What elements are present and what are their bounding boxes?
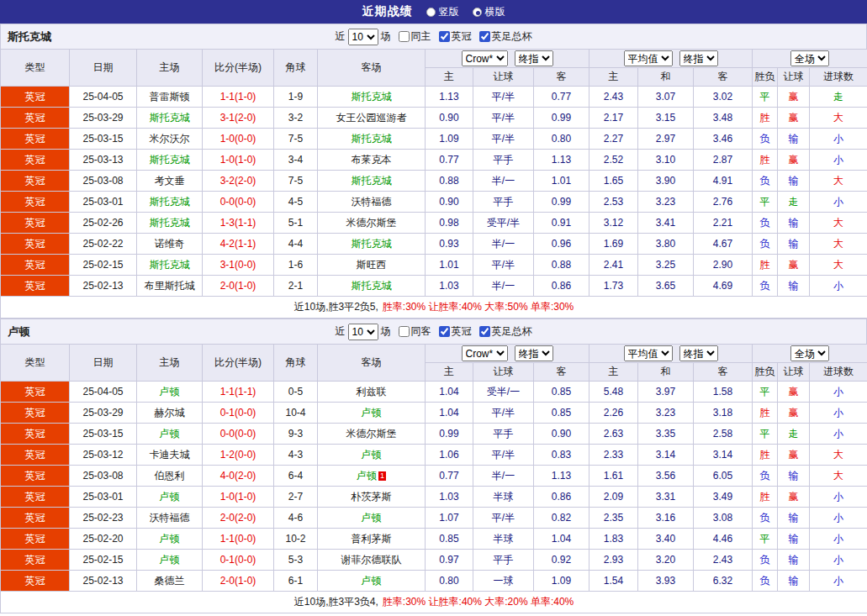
home-team: 桑德兰 bbox=[137, 571, 203, 592]
euro-time-select[interactable]: 终指 bbox=[679, 50, 718, 66]
league-cell: 英冠 bbox=[1, 255, 70, 276]
checkbox-input[interactable] bbox=[399, 31, 410, 42]
home-team: 卢顿 bbox=[137, 382, 203, 403]
match-row: 英冠25-03-12卡迪夫城1-2(0-0)4-3卢顿1.06平/半0.832.… bbox=[1, 445, 867, 466]
asian-home-odds: 1.04 bbox=[426, 382, 473, 403]
euro-home-odds: 1.61 bbox=[589, 466, 638, 487]
filter-checkbox-2[interactable]: 英足总杯 bbox=[474, 324, 532, 339]
sub-col-header: 和 bbox=[638, 363, 694, 382]
sub-col-header: 胜负 bbox=[753, 363, 778, 382]
layout-radio-horizontal[interactable]: 横版 bbox=[473, 5, 505, 19]
checkbox-input[interactable] bbox=[439, 326, 450, 337]
euro-home-odds: 2.35 bbox=[589, 508, 638, 529]
score-cell: 4-2(1-1) bbox=[203, 234, 274, 255]
match-row: 英冠25-02-15卢顿0-1(0-0)5-3谢菲尔德联队0.97平手0.922… bbox=[1, 550, 867, 571]
match-row: 英冠25-02-22诺维奇4-2(1-1)4-4斯托克城0.93半/一0.961… bbox=[1, 234, 867, 255]
handicap-result-cell: 赢 bbox=[778, 255, 810, 276]
asian-away-odds: 0.85 bbox=[534, 403, 589, 424]
euro-home-odds: 2.09 bbox=[589, 487, 638, 508]
match-row: 英冠25-03-29赫尔城0-1(0-0)10-4卢顿1.04平/半0.852.… bbox=[1, 403, 867, 424]
handicap-cell: 半球 bbox=[473, 529, 534, 550]
match-row: 英冠25-03-08考文垂3-2(2-0)7-5斯托克城0.88半/一1.011… bbox=[1, 171, 867, 192]
euro-source-select[interactable]: 平均值 bbox=[624, 50, 673, 66]
euro-draw-odds: 3.10 bbox=[638, 150, 694, 171]
asian-home-odds: 1.09 bbox=[426, 129, 473, 150]
euro-home-odds: 1.54 bbox=[589, 571, 638, 592]
euro-time-select[interactable]: 终指 bbox=[679, 345, 718, 361]
corners-cell: 0-5 bbox=[274, 382, 318, 403]
summary-stats: 胜率:30% 让胜率:40% 大率:50% 单率:30% bbox=[383, 301, 574, 313]
col-header: 类型 bbox=[1, 50, 70, 87]
score-cell: 1-1(1-0) bbox=[203, 87, 274, 108]
unit-label: 场 bbox=[381, 324, 391, 339]
team-section: 近10场同客英冠英足总杯卢顿类型日期主场比分(半场)角球客场Crow*终指平均值… bbox=[0, 319, 867, 613]
col-header: 客场 bbox=[318, 50, 426, 87]
asian-away-odds: 1.13 bbox=[534, 466, 589, 487]
sub-col-header: 让球 bbox=[473, 68, 534, 87]
euro-home-odds: 1.65 bbox=[589, 171, 638, 192]
euro-draw-odds: 3.41 bbox=[638, 213, 694, 234]
checkbox-input[interactable] bbox=[399, 326, 410, 337]
odds-company-select[interactable]: Crow* bbox=[462, 345, 508, 361]
result-cell: 负 bbox=[753, 171, 778, 192]
corners-cell: 3-2 bbox=[274, 108, 318, 129]
handicap-result-cell: 输 bbox=[778, 529, 810, 550]
league-cell: 英冠 bbox=[1, 571, 70, 592]
odds-company-select[interactable]: Crow* bbox=[462, 50, 508, 66]
away-team: 卢顿 bbox=[318, 445, 426, 466]
result-cell: 负 bbox=[753, 508, 778, 529]
home-team: 诺维奇 bbox=[137, 234, 203, 255]
away-team: 卢顿 bbox=[318, 403, 426, 424]
recent-count-select[interactable]: 10 bbox=[348, 324, 378, 340]
scope-select[interactable]: 全场 bbox=[790, 50, 829, 66]
date-cell: 25-04-05 bbox=[70, 382, 137, 403]
asian-away-odds: 0.91 bbox=[534, 213, 589, 234]
asian-home-odds: 0.99 bbox=[426, 424, 473, 445]
recent-count-select[interactable]: 10 bbox=[348, 29, 378, 45]
filter-checkbox-0[interactable]: 同主 bbox=[394, 29, 431, 44]
filter-checkbox-2[interactable]: 英足总杯 bbox=[474, 29, 532, 44]
handicap-cell: 平手 bbox=[473, 550, 534, 571]
match-row: 英冠25-02-23沃特福德2-0(2-0)4-6卢顿1.07平/半0.822.… bbox=[1, 508, 867, 529]
filter-checkbox-0[interactable]: 同客 bbox=[394, 324, 431, 339]
match-row: 英冠25-04-05卢顿1-1(1-1)0-5利兹联1.04受半/一0.855.… bbox=[1, 382, 867, 403]
asian-away-odds: 0.85 bbox=[534, 382, 589, 403]
handicap-cell: 平手 bbox=[473, 192, 534, 213]
result-cell: 负 bbox=[753, 129, 778, 150]
scope-select[interactable]: 全场 bbox=[790, 345, 829, 361]
handicap-cell: 平/半 bbox=[473, 255, 534, 276]
asian-odds-selector-cell: Crow*终指 bbox=[426, 50, 589, 68]
radio-label: 竖版 bbox=[439, 5, 459, 19]
date-cell: 25-02-23 bbox=[70, 508, 137, 529]
checkbox-label: 英足总杯 bbox=[492, 29, 532, 44]
result-cell: 负 bbox=[753, 550, 778, 571]
euro-home-odds: 1.69 bbox=[589, 234, 638, 255]
euro-home-odds: 2.63 bbox=[589, 424, 638, 445]
odds-time-select[interactable]: 终指 bbox=[515, 345, 553, 361]
topbar: 近期战绩 竖版 横版 bbox=[0, 0, 867, 24]
euro-draw-odds: 3.93 bbox=[638, 571, 694, 592]
filter-checkbox-1[interactable]: 英冠 bbox=[434, 324, 472, 339]
away-team-name: 斯托克城 bbox=[352, 280, 392, 292]
score-cell: 1-2(0-0) bbox=[203, 445, 274, 466]
away-team-name: 斯旺西 bbox=[357, 259, 387, 271]
date-cell: 25-02-20 bbox=[70, 529, 137, 550]
handicap-result-cell: 输 bbox=[778, 234, 810, 255]
euro-source-select[interactable]: 平均值 bbox=[624, 345, 673, 361]
odds-time-select[interactable]: 终指 bbox=[515, 50, 553, 66]
score-cell: 4-0(2-0) bbox=[203, 466, 274, 487]
goals-result-cell: 大 bbox=[810, 108, 867, 129]
checkbox-input[interactable] bbox=[439, 31, 450, 42]
summary-cell: 近10场,胜3平3负4,胜率:30% 让胜率:40% 大率:20% 单率:40% bbox=[1, 592, 867, 613]
layout-radio-vertical[interactable]: 竖版 bbox=[426, 5, 459, 19]
sub-col-header: 让球 bbox=[778, 363, 810, 382]
sub-col-header: 进球数 bbox=[810, 68, 867, 87]
checkbox-input[interactable] bbox=[479, 31, 490, 42]
corners-cell: 1-6 bbox=[274, 255, 318, 276]
checkbox-input[interactable] bbox=[479, 326, 490, 337]
goals-result-cell: 小 bbox=[810, 529, 867, 550]
filter-checkbox-1[interactable]: 英冠 bbox=[434, 29, 472, 44]
date-cell: 25-03-01 bbox=[70, 192, 137, 213]
match-row: 英冠25-02-13桑德兰2-0(1-0)6-1卢顿0.80一球1.091.54… bbox=[1, 571, 867, 592]
asian-home-odds: 1.01 bbox=[426, 255, 473, 276]
